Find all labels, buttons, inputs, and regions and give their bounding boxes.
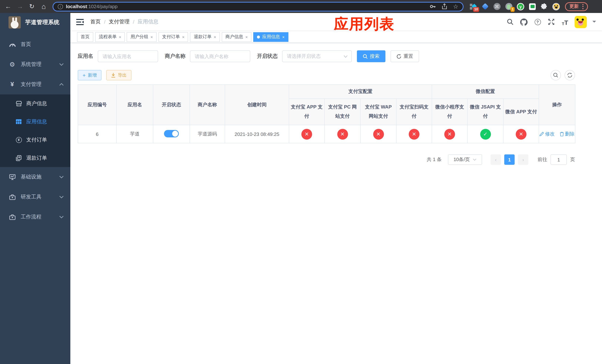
close-icon[interactable]: ×	[150, 35, 153, 39]
site-info-icon[interactable]: i	[58, 4, 63, 9]
close-icon[interactable]: ×	[119, 35, 121, 39]
url-bar[interactable]: i localhost:1024/pay/app ☆	[53, 2, 463, 11]
tab-user-group[interactable]: 用户分组×	[127, 32, 157, 42]
help-icon[interactable]: ?	[534, 18, 542, 26]
reset-button[interactable]: 重置	[391, 50, 419, 62]
tab-refund-order[interactable]: 退款订单×	[190, 32, 220, 42]
active-dot	[257, 35, 260, 38]
share-icon[interactable]	[441, 3, 447, 10]
extensions-row: 10 ⌘ 1 y	[469, 3, 560, 10]
app-name-label: 应用名	[78, 53, 93, 60]
monitor-chart-icon	[9, 174, 16, 180]
cell-created: 2021-10-23 08:49:25	[225, 125, 289, 143]
extension-chat-icon[interactable]	[529, 3, 536, 10]
extension-avatar-icon[interactable]: 1	[505, 3, 512, 10]
toolbar: + 新增 导出	[78, 70, 575, 80]
export-button[interactable]: 导出	[106, 70, 131, 80]
prev-page-button[interactable]: ‹	[491, 154, 501, 165]
tab-pay-order[interactable]: 支付订单×	[159, 32, 188, 42]
profile-emoji-icon[interactable]	[552, 3, 560, 10]
breadcrumb-home[interactable]: 首页	[90, 19, 101, 25]
add-button[interactable]: + 新增	[78, 70, 101, 80]
filter-form: 应用名 商户名称 开启状态 请选择开启状态 搜索 重置	[78, 50, 595, 62]
status-select[interactable]: 请选择开启状态	[282, 50, 352, 62]
sidebar-item-pay-order[interactable]: ¥ 支付订单	[0, 131, 70, 149]
page-size-select[interactable]: 10条/页	[448, 154, 482, 165]
search-icon[interactable]	[506, 18, 514, 26]
page-number-1[interactable]: 1	[504, 154, 515, 165]
pay-submenu: 商户信息 应用信息 ¥ 支付订单 退款订单	[0, 95, 70, 167]
row-enabled-toggle[interactable]	[164, 130, 179, 137]
extensions-puzzle-icon[interactable]	[540, 3, 548, 10]
sidebar-item-infra[interactable]: 基础设施	[0, 167, 70, 187]
extension-command-icon[interactable]: ⌘	[493, 3, 501, 10]
home-icon[interactable]: ⌂	[39, 1, 49, 12]
col-alipay-qr: 支付宝扫码支付	[396, 99, 432, 125]
show-search-button[interactable]	[550, 70, 561, 80]
user-menu-caret-icon[interactable]	[592, 21, 596, 24]
trash-icon	[560, 132, 564, 136]
url-text[interactable]: localhost:1024/pay/app	[66, 4, 118, 9]
table-row: 6 芋道 芋道源码 2021-10-23 08:49:25 ✕ ✕ ✕ ✕ ✕ …	[78, 125, 575, 143]
status-label: 开启状态	[257, 53, 278, 60]
update-button[interactable]: 更新	[565, 2, 588, 11]
extension-gem-icon[interactable]	[481, 3, 489, 10]
goto-page-input[interactable]	[550, 154, 567, 165]
pagination: 共 1 条 10条/页 ‹ 1 › 前往 页	[78, 154, 575, 165]
sidebar-item-system[interactable]: ⚙ 系统管理	[0, 54, 70, 75]
back-icon[interactable]: ←	[3, 1, 13, 12]
sidebar-item-devtools[interactable]: 研发工具	[0, 187, 70, 207]
logo-row[interactable]: 芋道管理系统	[0, 13, 70, 32]
merchant-name-input[interactable]	[190, 50, 250, 62]
search-button[interactable]: 搜索	[357, 50, 386, 62]
delete-link[interactable]: 删除	[560, 131, 575, 137]
status-badge-alipay-pc: ✕	[337, 129, 348, 139]
sidebar-item-pay[interactable]: ¥ 支付管理	[0, 75, 70, 95]
sidebar-item-workflow[interactable]: 工作流程	[0, 207, 70, 227]
forward-icon[interactable]: →	[15, 1, 25, 12]
password-key-icon[interactable]	[429, 3, 436, 10]
sidebar-item-home[interactable]: 首页	[0, 34, 70, 54]
refresh-button[interactable]	[565, 70, 575, 80]
close-icon[interactable]: ×	[214, 35, 216, 39]
next-page-button[interactable]: ›	[518, 154, 528, 165]
chevron-down-icon	[59, 215, 64, 218]
browser-chrome: ← → ↻ ⌂ i localhost:1024/pay/app ☆ 10 ⌘ …	[0, 0, 602, 13]
chevron-down-icon	[59, 195, 64, 198]
status-badge-wx-jsapi: ✓	[480, 129, 491, 139]
tab-process-form[interactable]: 流程表单×	[95, 32, 125, 42]
status-badge-wx-mini: ✕	[444, 129, 455, 139]
extension-y-icon[interactable]: y	[517, 3, 524, 10]
briefcase-icon	[9, 214, 16, 220]
fullscreen-icon[interactable]	[547, 18, 555, 26]
sidebar-item-refund-order[interactable]: 退款订单	[0, 149, 70, 167]
sidebar-item-app-info[interactable]: 应用信息	[0, 113, 70, 131]
sidebar-item-merchant-info[interactable]: 商户信息	[0, 95, 70, 113]
group-alipay-config: 支付宝配置	[289, 85, 432, 99]
col-alipay-wap: 支付宝 WAP 网站支付	[360, 99, 396, 125]
col-status: 开启状态	[153, 85, 190, 125]
extension-badge: 1	[511, 7, 515, 12]
reload-icon[interactable]: ↻	[27, 1, 37, 12]
sidebar-fold-icon[interactable]	[76, 19, 84, 25]
font-size-icon[interactable]: TT	[561, 18, 569, 26]
close-icon[interactable]: ×	[282, 35, 285, 39]
close-icon[interactable]: ×	[182, 35, 184, 39]
search-icon	[553, 73, 558, 78]
github-icon[interactable]	[520, 18, 528, 26]
extension-diamond-icon[interactable]: 10	[469, 3, 477, 10]
dashboard-icon	[9, 41, 16, 48]
tab-merchant-info[interactable]: 商户信息×	[222, 32, 252, 42]
bookmark-star-icon[interactable]: ☆	[453, 3, 458, 10]
edit-link[interactable]: 修改	[539, 131, 555, 137]
app-name-input[interactable]	[98, 50, 158, 62]
chevron-down-icon	[344, 55, 348, 58]
close-icon[interactable]: ×	[246, 35, 248, 39]
tab-home[interactable]: 首页	[77, 32, 93, 42]
user-avatar[interactable]	[575, 16, 587, 28]
breadcrumb-current: 应用信息	[138, 19, 159, 25]
browser-menu-icon[interactable]	[582, 4, 583, 9]
cell-app-name: 芋道	[117, 125, 153, 143]
tab-app-info[interactable]: 应用信息×	[253, 32, 288, 42]
breadcrumb-pay[interactable]: 支付管理	[109, 19, 129, 25]
